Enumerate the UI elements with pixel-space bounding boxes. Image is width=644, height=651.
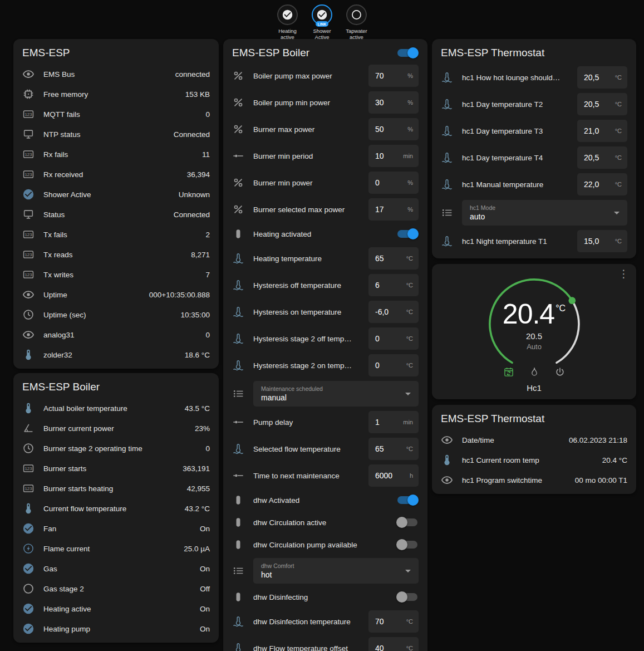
status-badge[interactable]: Tapwater active <box>341 4 373 41</box>
entity-row[interactable]: Heating active On <box>13 599 219 619</box>
number-input[interactable]: 0 % <box>368 172 419 194</box>
number-value: 40 <box>375 644 384 651</box>
control-row[interactable]: Hysteresis off temperature 6 °C Hysteres… <box>223 272 427 298</box>
control-row[interactable]: dhw Comfort hot dhw Comfort hot <box>223 556 427 586</box>
entity-row[interactable]: Uptime (sec) 10:35:00 <box>13 305 219 325</box>
number-input[interactable]: 10 min <box>368 145 419 167</box>
status-badge[interactable]: LINK Shower Active <box>306 4 338 41</box>
number-input[interactable]: 15,0 °C <box>577 230 627 252</box>
control-row[interactable]: hc1 How hot lounge should… 20,5 °C hc1 H… <box>432 64 636 91</box>
entity-row[interactable]: Current flow temperature 43.2 °C <box>13 498 219 518</box>
entity-row[interactable]: Burner starts heating 42,955 <box>13 478 219 498</box>
number-input[interactable]: 65 °C <box>368 438 419 460</box>
toggle-switch[interactable] <box>397 496 417 504</box>
entity-row[interactable]: Burner current power 23% <box>13 418 219 438</box>
thermostat-dial[interactable]: 20.4°C 20.5 Auto <box>479 268 590 380</box>
number-input[interactable]: 20,5 °C <box>577 66 627 89</box>
entity-row[interactable]: Shower Active Unknown <box>13 184 219 204</box>
entity-row[interactable]: Free memory 153 KB <box>13 84 219 104</box>
status-badge[interactable]: Heating active <box>272 4 304 41</box>
control-row[interactable]: hc1 Mode auto hc1 Mode auto <box>432 198 636 228</box>
toggle-switch[interactable] <box>397 518 417 526</box>
number-input[interactable]: 0 °C <box>368 327 419 350</box>
number-input[interactable]: 21,0 °C <box>577 120 627 142</box>
entity-row[interactable]: Rx fails 11 <box>13 144 219 164</box>
control-row[interactable]: hc1 Day temperature T2 20,5 °C hc1 Day t… <box>432 91 636 118</box>
entity-row[interactable]: Flame current 25.0 µA <box>13 539 219 559</box>
select-input[interactable]: dhw Comfort hot <box>253 558 419 584</box>
control-row[interactable]: Boiler pump min power 30 % Boiler pump m… <box>223 89 427 116</box>
menu-dots-icon[interactable]: ⋮ <box>618 268 629 279</box>
entity-row[interactable]: Burner stage 2 operating time 0 <box>13 438 219 458</box>
entity-row[interactable]: Tx writes 7 <box>13 265 219 285</box>
number-input[interactable]: 0 °C <box>368 354 419 376</box>
control-row[interactable]: Burner selected max power 17 % Burner se… <box>223 196 427 223</box>
entity-row[interactable]: Gas On <box>13 559 219 579</box>
number-input[interactable]: 40 °C <box>368 637 419 651</box>
control-row[interactable]: Burner min power 0 % Burner min power 0 <box>223 169 427 196</box>
number-input[interactable]: -6,0 °C <box>368 301 419 323</box>
control-row[interactable]: Maintenance scheduled manual Maintenance… <box>223 379 427 409</box>
number-input[interactable]: 70 °C <box>368 610 419 633</box>
number-input[interactable]: 70 % <box>368 65 419 87</box>
control-row[interactable]: dhw Activated dhw Activated <box>223 489 427 511</box>
control-row[interactable]: hc1 Night temperature T1 15,0 °C hc1 Nig… <box>432 228 636 254</box>
select-input[interactable]: Maintenance scheduled manual <box>253 381 419 407</box>
control-row[interactable]: Burner max power 50 % Burner max power 5… <box>223 116 427 143</box>
entity-row[interactable]: hc1 Current room temp 20.4 °C <box>432 450 636 470</box>
control-row[interactable]: dhw Disinfection temperature 70 °C dhw D… <box>223 608 427 635</box>
control-row[interactable]: hc1 Day temperature T4 20,5 °C hc1 Day t… <box>432 144 636 171</box>
entity-row[interactable]: NTP status Connected <box>13 124 219 144</box>
control-row[interactable]: Hysteresis stage 2 on temp… 0 °C Hystere… <box>223 352 427 379</box>
control-row[interactable]: hc1 Day temperature T3 21,0 °C hc1 Day t… <box>432 118 636 144</box>
entity-row[interactable]: analog31 0 <box>13 325 219 345</box>
control-row[interactable]: Hysteresis stage 2 off temp… 0 °C Hyster… <box>223 325 427 352</box>
column-middle: EMS-ESP Boiler Boiler pump max power 70 … <box>223 39 427 651</box>
control-row[interactable]: hc1 Manual temperature 22,0 °C hc1 Manua… <box>432 171 636 198</box>
entity-row[interactable]: EMS Bus connected <box>13 64 219 84</box>
number-input[interactable]: 6 °C <box>368 274 419 296</box>
toggle-switch[interactable] <box>397 541 417 549</box>
entity-row[interactable]: Heating pump On <box>13 619 219 639</box>
entity-row[interactable]: Date/time 06.02.2023 21:18 <box>432 430 636 450</box>
number-input[interactable]: 6000 h <box>368 464 419 487</box>
control-row[interactable]: Burner min period 10 min Burner min peri… <box>223 143 427 169</box>
entity-row[interactable]: zolder32 18.6 °C <box>13 345 219 365</box>
entity-row[interactable]: MQTT fails 0 <box>13 104 219 124</box>
entity-row[interactable]: Rx received 36,394 <box>13 164 219 184</box>
control-row[interactable]: dhw Circulation active dhw Circulation a… <box>223 511 427 533</box>
entity-row[interactable]: Tx reads 8,271 <box>13 244 219 265</box>
select-input[interactable]: hc1 Mode auto <box>462 200 627 226</box>
entity-row[interactable]: Burner starts 363,191 <box>13 458 219 478</box>
control-row[interactable]: Time to next maintenance 6000 h Time to … <box>223 462 427 489</box>
control-row[interactable]: Boiler pump max power 70 % Boiler pump m… <box>223 62 427 89</box>
number-input[interactable]: 17 % <box>368 198 419 221</box>
control-row[interactable]: dhw Flow temperature offset 40 °C dhw Fl… <box>223 635 427 651</box>
number-input[interactable]: 20,5 °C <box>577 93 627 115</box>
control-row[interactable]: dhw Circulation pump available dhw Circu… <box>223 533 427 556</box>
entity-row[interactable]: Actual boiler temperature 43.5 °C <box>13 398 219 418</box>
entity-row[interactable]: Uptime 000+10:35:00.888 <box>13 285 219 305</box>
number-input[interactable]: 20,5 °C <box>577 146 627 169</box>
number-input[interactable]: 50 % <box>368 118 419 140</box>
control-row[interactable]: Selected flow temperature 65 °C Selected… <box>223 435 427 462</box>
toggle-switch[interactable] <box>397 593 417 601</box>
number-input[interactable]: 1 min <box>368 411 419 433</box>
toggle-switch[interactable] <box>397 230 417 238</box>
number-input[interactable]: 30 % <box>368 91 419 114</box>
entity-row[interactable]: Tx fails 2 <box>13 224 219 244</box>
control-row[interactable]: Heating activated Heating activated <box>223 223 427 245</box>
control-row[interactable]: Pump delay 1 min Pump delay 1 <box>223 409 427 435</box>
toggle-switch[interactable] <box>397 49 417 57</box>
control-row[interactable]: Heating temperature 65 °C Heating temper… <box>223 245 427 272</box>
list-icon <box>441 207 453 219</box>
control-row[interactable]: Hysteresis on temperature -6,0 °C Hyster… <box>223 298 427 325</box>
entity-row[interactable]: hc1 Program switchtime 00 mo 00:00 T1 <box>432 470 636 490</box>
control-row[interactable]: dhw Disinfecting dhw Disinfecting <box>223 586 427 608</box>
number-input[interactable]: 22,0 °C <box>577 173 627 195</box>
boiler-master-toggle[interactable] <box>393 47 419 58</box>
entity-row[interactable]: Fan On <box>13 518 219 539</box>
number-input[interactable]: 65 °C <box>368 247 419 270</box>
entity-row[interactable]: Status Connected <box>13 204 219 224</box>
entity-row[interactable]: Gas stage 2 Off <box>13 579 219 599</box>
